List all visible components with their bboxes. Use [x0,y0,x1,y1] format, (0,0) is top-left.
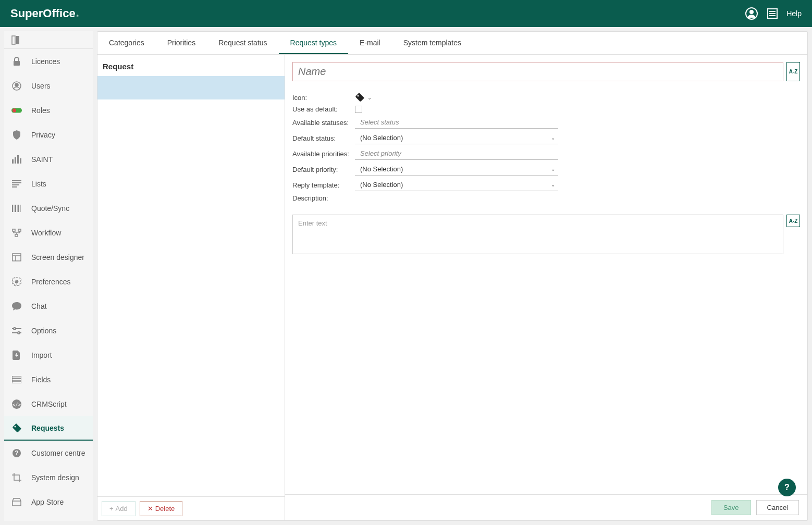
sidebar-item-label: Workflow [31,229,61,237]
use-default-label: Use as default: [292,105,355,113]
sidebar-item-quote-sync[interactable]: Quote/Sync [4,196,93,220]
sidebar-item-lists[interactable]: Lists [4,171,93,196]
tab-priorities[interactable]: Priorities [156,32,207,54]
tab-categories[interactable]: Categories [97,32,156,54]
sidebar-item-label: Screen designer [31,253,84,261]
right-footer: Save Cancel [285,494,807,520]
svg-rect-27 [13,229,15,231]
sidebar-collapse-icon[interactable] [4,31,93,49]
help-fab[interactable]: ? [778,479,796,496]
chevron-down-icon: ⌄ [551,135,555,141]
avail-priorities-select[interactable]: Select priority [355,147,558,160]
tab-system-templates[interactable]: System templates [392,32,473,54]
crop-icon [11,472,22,483]
reply-template-select[interactable]: (No Selection) ⌄ [355,179,558,191]
chat-icon [11,301,22,311]
default-priority-select[interactable]: (No Selection) ⌄ [355,163,558,176]
cancel-button[interactable]: Cancel [756,500,799,515]
sidebar-item-roles[interactable]: Roles [4,98,93,122]
sidebar-item-options[interactable]: Options [4,318,93,343]
sidebar-item-label: Lists [31,180,46,188]
sidebar-item-saint[interactable]: SAINT [4,147,93,171]
use-default-checkbox[interactable] [355,106,362,113]
sidebar-item-label: Users [31,82,51,90]
svg-rect-15 [17,155,19,164]
svg-rect-40 [12,381,21,383]
import-icon [11,350,22,360]
delete-label: Delete [155,505,175,512]
help-link[interactable]: Help [786,9,802,18]
sidebar-item-customer-centre[interactable]: ? Customer centre [4,441,93,465]
sidebar-item-licences[interactable]: Licences [4,49,93,73]
icon-picker[interactable]: ⌄ [355,93,558,102]
tab-email[interactable]: E-mail [348,32,392,54]
sidebar-items: Licences Users Roles Privacy SAINT Lists [4,49,93,521]
sidebar-item-label: Quote/Sync [31,204,69,213]
default-priority-label: Default priority: [292,166,355,173]
sidebar-item-privacy[interactable]: Privacy [4,122,93,147]
tab-request-status[interactable]: Request status [207,32,278,54]
name-input[interactable] [292,62,783,81]
svg-rect-8 [14,61,20,66]
svg-point-33 [16,280,18,283]
sidebar-item-label: Chat [31,302,47,310]
right-panel: A-Z Icon: ⌄ Use as default: Available st… [285,55,807,520]
sidebar-item-label: Roles [31,106,50,115]
svg-rect-28 [18,229,21,231]
icon-label: Icon: [292,94,355,102]
sidebar-item-requests[interactable]: Requests [4,416,93,441]
list-item[interactable] [97,76,285,100]
layout-icon [11,252,22,262]
az-localize-button[interactable]: A-Z [786,215,800,227]
sidebar-item-import[interactable]: Import [4,343,93,367]
brand-logo: SuperOffice® [10,7,78,20]
svg-rect-30 [13,254,21,261]
sidebar-item-label: Licences [31,57,60,66]
sidebar-item-workflow[interactable]: Workflow [4,220,93,245]
sidebar-item-label: Customer centre [31,449,85,457]
sidebar-item-crmscript[interactable]: </> CRMScript [4,392,93,416]
sidebar-item-screen-designer[interactable]: Screen designer [4,245,93,269]
delete-button[interactable]: ✕ Delete [140,501,183,516]
description-textarea[interactable] [292,215,783,254]
sidebar-item-fields[interactable]: Fields [4,367,93,392]
svg-rect-6 [12,36,15,44]
svg-point-12 [13,108,16,112]
add-button[interactable]: + Add [102,501,136,516]
save-button[interactable]: Save [711,500,751,515]
az-localize-button[interactable]: A-Z [786,62,800,81]
sidebar-item-system-design[interactable]: System design [4,465,93,490]
avail-priorities-label: Available priorities: [292,150,355,158]
menu-icon[interactable] [766,7,779,20]
svg-rect-38 [12,376,21,378]
sidebar-item-preferences[interactable]: Preferences [4,269,93,294]
default-status-select[interactable]: (No Selection) ⌄ [355,132,558,144]
chevron-down-icon: ⌄ [551,182,555,188]
svg-point-43 [15,426,16,427]
sidebar-item-chat[interactable]: Chat [4,294,93,318]
list-icon [11,179,22,189]
add-label: Add [116,505,128,512]
tab-request-types[interactable]: Request types [279,32,349,54]
user-circle-icon [11,81,22,91]
svg-point-37 [18,332,20,334]
tabs: Categories Priorities Request status Req… [97,32,807,55]
sidebar-item-label: SAINT [31,155,53,164]
svg-rect-14 [15,157,16,164]
avail-statuses-select[interactable]: Select status [355,116,558,129]
workflow-icon [11,228,22,238]
user-icon[interactable] [745,7,758,20]
brand-text: SuperOffice [10,7,76,20]
left-footer: + Add ✕ Delete [97,496,285,520]
sidebar-item-users[interactable]: Users [4,73,93,98]
sidebar-item-label: Options [31,327,56,335]
plus-icon: + [109,505,114,512]
sidebar-item-app-store[interactable]: App Store [4,490,93,514]
topbar: SuperOffice® Help [0,0,812,27]
svg-rect-13 [12,159,14,164]
chevron-down-icon: ⌄ [551,166,555,172]
shield-icon [11,130,22,140]
ticket-icon [11,423,22,433]
sidebar-item-label: Privacy [31,131,55,139]
close-icon: ✕ [147,505,153,512]
